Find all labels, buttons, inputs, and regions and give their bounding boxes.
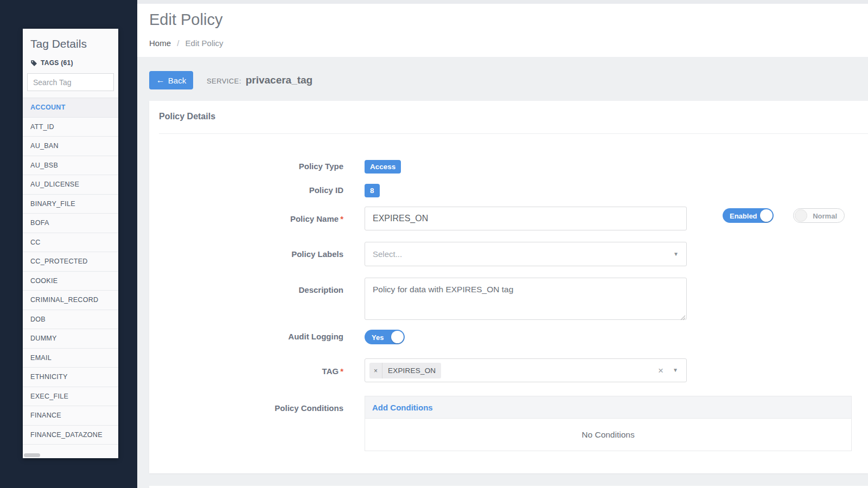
main-content: Edit Policy Home / Edit Policy ← Back SE… [137, 0, 868, 488]
conditions-empty-row: No Conditions [365, 419, 852, 451]
policy-labels-label: Policy Labels [149, 249, 343, 259]
policy-id-badge: 8 [365, 184, 380, 197]
service-name: privacera_tag [246, 74, 313, 86]
tag-chip-label: EXPIRES_ON [382, 363, 441, 378]
select-placeholder: Select... [373, 249, 402, 259]
policy-details-card: Policy Details Policy Type Access Policy… [149, 101, 868, 473]
enabled-toggle[interactable]: Enabled [723, 208, 774, 223]
policy-labels-select[interactable]: Select... ▼ [365, 242, 687, 266]
tag-list-item[interactable]: AU_BSB [23, 156, 118, 176]
toolbar: ← Back SERVICE: privacera_tag [137, 57, 868, 101]
required-asterisk: * [340, 367, 343, 376]
tag-list-item[interactable]: FINANCE [23, 406, 118, 426]
tag-list-item[interactable]: DUMMY [23, 329, 118, 349]
tag-list-item[interactable]: BINARY_FILE [23, 195, 118, 214]
service-line: SERVICE: privacera_tag [207, 74, 312, 86]
back-button-label: Back [168, 76, 186, 85]
back-button[interactable]: ← Back [149, 71, 193, 89]
tags-count-row: TAGS (61) [23, 54, 118, 71]
breadcrumb-separator: / [177, 38, 179, 48]
required-asterisk: * [340, 214, 343, 223]
divider [159, 133, 868, 134]
tag-details-panel: Tag Details TAGS (61) ACCOUNTATT_IDAU_BA… [23, 29, 118, 458]
next-card-sliver [149, 486, 868, 488]
breadcrumb-home-link[interactable]: Home [149, 38, 171, 48]
tag-list-item[interactable]: ATT_ID [23, 118, 118, 137]
page-header: Edit Policy Home / Edit Policy [137, 4, 868, 57]
search-tag-input[interactable] [27, 73, 114, 91]
toggle-knob [795, 209, 807, 222]
chevron-down-icon: ▼ [673, 251, 679, 257]
tag-panel-title: Tag Details [23, 29, 118, 54]
tag-list-item[interactable]: CC_PROTECTED [23, 252, 118, 272]
tag-label: TAG* [149, 367, 343, 376]
service-label: SERVICE: [207, 77, 241, 85]
tag-icon [30, 60, 37, 67]
resize-handle-icon[interactable] [680, 313, 686, 319]
tag-list-item[interactable]: EMAIL [23, 349, 118, 368]
policy-name-input[interactable] [365, 207, 687, 230]
policy-name-label: Policy Name* [149, 214, 343, 223]
policy-type-label: Policy Type [149, 162, 343, 171]
tag-list: ACCOUNTATT_IDAU_BANAU_BSBAU_DLICENSEBINA… [23, 98, 118, 445]
tag-list-item[interactable]: AU_DLICENSE [23, 175, 118, 195]
description-label: Description [149, 285, 343, 294]
policy-type-badge: Access [365, 160, 401, 174]
no-conditions-text: No Conditions [582, 430, 634, 440]
policy-conditions-table: Add Conditions No Conditions [365, 396, 852, 451]
tag-list-item[interactable]: CRIMINAL_RECORD [23, 291, 118, 310]
tag-select-field[interactable]: × EXPIRES_ON × ▼ [365, 358, 687, 382]
tag-list-item[interactable]: COOKIE [23, 272, 118, 291]
normal-toggle-label: Normal [813, 211, 837, 220]
description-textarea[interactable]: Policy for data with EXPIRES_ON tag [365, 278, 687, 320]
breadcrumb: Home / Edit Policy [149, 38, 224, 48]
add-conditions-link[interactable]: Add Conditions [372, 403, 433, 412]
toggle-knob [391, 331, 404, 343]
audit-toggle-label: Yes [372, 333, 384, 341]
back-arrow-icon: ← [156, 76, 165, 85]
policy-id-label: Policy ID [149, 185, 343, 195]
tag-list-item[interactable]: ACCOUNT [23, 98, 118, 118]
tag-list-item[interactable]: EXEC_FILE [23, 387, 118, 407]
normal-toggle[interactable]: Normal [793, 208, 845, 223]
tag-list-item[interactable]: CC [23, 233, 118, 253]
enabled-toggle-label: Enabled [730, 211, 757, 220]
page-title: Edit Policy [149, 11, 222, 29]
tag-list-item[interactable]: AU_BAN [23, 137, 118, 156]
tag-list-item[interactable]: ETHNICITY [23, 368, 118, 387]
horizontal-scrollbar-thumb[interactable] [24, 453, 40, 457]
top-strip [137, 0, 868, 4]
tag-list-item[interactable]: FINANCE_DATAZONE [23, 426, 118, 445]
tag-chip: × EXPIRES_ON [369, 363, 441, 378]
toggle-knob [760, 209, 773, 222]
conditions-header-row: Add Conditions [365, 396, 852, 419]
tag-list-item[interactable]: BOFA [23, 214, 118, 233]
tags-count-label: TAGS (61) [41, 59, 73, 67]
policy-conditions-label: Policy Conditions [149, 403, 343, 413]
tag-list-item[interactable]: DOB [23, 310, 118, 330]
chevron-down-icon[interactable]: ▼ [673, 367, 678, 373]
policy-details-title: Policy Details [159, 112, 215, 121]
audit-logging-toggle[interactable]: Yes [365, 330, 405, 344]
chip-remove-icon[interactable]: × [369, 363, 382, 378]
audit-logging-label: Audit Logging [149, 332, 343, 341]
breadcrumb-current: Edit Policy [186, 38, 224, 48]
clear-icon[interactable]: × [658, 366, 663, 375]
